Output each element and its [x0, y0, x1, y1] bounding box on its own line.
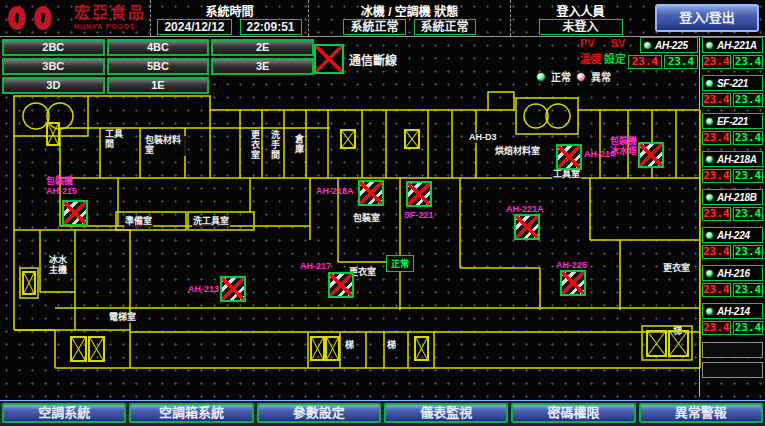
machine-status-label: 冰機 / 空調機 狀態 — [361, 2, 458, 19]
offline-equipment-icon[interactable] — [560, 270, 586, 296]
unit-ah-216[interactable]: AH-216 — [702, 265, 763, 281]
normal-lamp-icon — [536, 72, 546, 82]
equipment-label: AH-213 — [188, 284, 219, 294]
unit-ef-221[interactable]: EF-221 — [702, 113, 763, 129]
status-lamp-icon — [705, 41, 714, 50]
temp-set-label-green: 設定 — [604, 54, 626, 65]
unit-ah-224[interactable]: AH-224 — [702, 227, 763, 243]
elevator-shaft-icon — [22, 271, 36, 295]
sv-label: SV — [611, 38, 626, 49]
unit-name: AH-216 — [717, 268, 750, 279]
unit-name: AH-214 — [717, 306, 750, 317]
offline-equipment-icon[interactable] — [638, 142, 664, 168]
nav-button-3[interactable]: 參數設定 — [257, 403, 381, 423]
sv-value: 23.4 — [733, 55, 763, 69]
login-label: 登入人員 — [556, 2, 604, 19]
status-lamp-icon — [705, 155, 714, 164]
floor-button-5bc[interactable]: 5BC — [107, 58, 210, 75]
offline-equipment-icon[interactable] — [358, 180, 384, 206]
unit-ah-225[interactable]: AH-225 — [640, 37, 698, 53]
floor-selector: 2BC4BC2E3BC5BC3E3D1E — [2, 39, 314, 94]
sv-value: 23.4 — [664, 55, 698, 69]
nav-button-2[interactable]: 空調箱系統 — [129, 403, 253, 423]
status-lamp-icon — [643, 41, 652, 50]
unit-ah-218b[interactable]: AH-218B — [702, 189, 763, 205]
pv-value: 23.4 — [628, 55, 662, 69]
logo-icon — [8, 6, 26, 30]
status-lamp-icon — [705, 269, 714, 278]
company-logo: 宏亞食品 HUNYA FOODS — [0, 0, 150, 36]
temp-set-label-red: 溫度 — [580, 54, 602, 65]
chiller-status: 系統正常 — [343, 19, 405, 35]
pv-value: 23.4 — [702, 55, 731, 69]
pv-value: 23.4 — [702, 131, 731, 145]
nav-button-6[interactable]: 異常警報 — [639, 403, 763, 423]
logo-icon — [34, 6, 52, 30]
unit-ah-218a[interactable]: AH-218A — [702, 151, 763, 167]
room-label: 電梯室 — [108, 313, 137, 323]
system-time-section: 系統時間 2024/12/12 22:09:51 — [150, 0, 308, 36]
unit-name: AH-225 — [655, 40, 688, 51]
empty-slot — [702, 362, 763, 378]
nav-button-1[interactable]: 空調系統 — [2, 403, 126, 423]
floor-button-2e[interactable]: 2E — [211, 39, 314, 56]
bottom-nav: 空調系統空調箱系統參數設定儀表監視密碼權限異常警報 — [0, 400, 765, 426]
floor-button-3e[interactable]: 3E — [211, 58, 314, 75]
pv-value: 23.4 — [702, 245, 731, 259]
floor-button-3bc[interactable]: 3BC — [2, 58, 105, 75]
abnormal-lamp-icon — [576, 72, 586, 82]
offline-equipment-icon[interactable] — [62, 200, 88, 226]
equipment-label: 包裝機 冰水塔 — [610, 136, 637, 157]
pv-value: 23.4 — [702, 283, 731, 297]
room-label: 洗手間 — [268, 130, 280, 160]
empty-slot — [702, 342, 763, 358]
system-time-label: 系統時間 — [205, 2, 253, 19]
panel-divider — [699, 37, 700, 397]
offline-equipment-icon[interactable] — [556, 144, 582, 170]
room-label: 更衣室 — [662, 264, 691, 274]
elevator-shaft-icon — [310, 336, 325, 361]
floor-button-2bc[interactable]: 2BC — [2, 39, 105, 56]
stairs-icon — [516, 98, 578, 134]
status-lamp-icon — [705, 79, 714, 88]
floor-button-3d[interactable]: 3D — [2, 77, 105, 94]
offline-equipment-icon[interactable] — [406, 181, 432, 207]
nav-button-5[interactable]: 密碼權限 — [511, 403, 635, 423]
logo-title: 宏亞食品 — [74, 5, 146, 21]
unit-name: SF-221 — [717, 78, 748, 89]
elevator-shaft-icon — [340, 129, 356, 149]
elevator-shaft-icon — [668, 330, 689, 357]
login-status: 未登入 — [539, 19, 623, 35]
pv-value: 23.4 — [702, 93, 731, 107]
floor-button-1e[interactable]: 1E — [107, 77, 210, 94]
equipment-label: SF-221 — [404, 210, 434, 220]
elevator-shaft-icon — [404, 129, 420, 149]
equipment-label: AH-225 — [556, 260, 587, 270]
floor-button-4bc[interactable]: 4BC — [107, 39, 210, 56]
sv-value: 23.4 — [733, 283, 763, 297]
logo-subtitle: HUNYA FOODS — [74, 23, 146, 30]
ahu-status: 系統正常 — [414, 19, 476, 35]
sv-value: 23.4 — [733, 207, 763, 221]
unit-ah-221a[interactable]: AH-221A — [702, 37, 763, 53]
equipment-label: AH-221A — [506, 204, 544, 214]
status-lamp-icon — [705, 193, 714, 202]
normal-label: 正常 — [551, 69, 571, 84]
sv-value: 23.4 — [733, 169, 763, 183]
time-display: 22:09:51 — [240, 19, 302, 35]
room-label: 梯 — [344, 341, 355, 351]
nav-button-4[interactable]: 儀表監視 — [384, 403, 508, 423]
sv-value: 23.4 — [733, 131, 763, 145]
offline-equipment-icon[interactable] — [220, 276, 246, 302]
elevator-shaft-icon — [414, 336, 429, 361]
login-section: 登入人員 未登入 — [510, 0, 650, 36]
room-label: 工具間 — [104, 130, 130, 150]
unit-sf-221[interactable]: SF-221 — [702, 75, 763, 91]
login-logout-button[interactable]: 登入/登出 — [655, 4, 759, 32]
offline-equipment-icon[interactable] — [514, 214, 540, 240]
equipment-label: 包裝機 AH-215 — [46, 176, 77, 197]
unit-ah-214[interactable]: AH-214 — [702, 303, 763, 319]
room-label: AH-D3 — [468, 133, 498, 143]
room-label: 倉庫 — [292, 134, 304, 154]
offline-equipment-icon[interactable] — [328, 272, 354, 298]
